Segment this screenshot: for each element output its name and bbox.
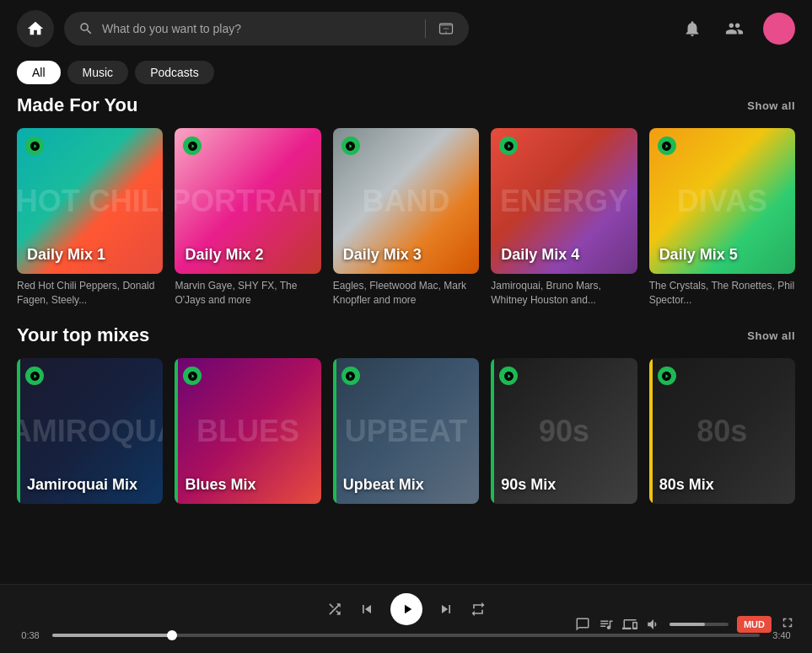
queue-icon [599, 617, 614, 632]
made-for-you-show-all[interactable]: Show all [747, 99, 795, 112]
card-label-80s: 80s Mix [659, 476, 714, 495]
spotify-dot [658, 367, 676, 385]
card-daily3[interactable]: BANDDaily Mix 3Eagles, Fleetwood Mac, Ma… [333, 128, 479, 308]
spotify-dot [658, 136, 676, 155]
spotify-dot [341, 136, 360, 155]
volume-button[interactable] [646, 617, 661, 632]
card-bar-90s [491, 358, 494, 504]
filter-tabs: All Music Podcasts [0, 57, 812, 94]
spotify-dot [341, 367, 360, 385]
progress-fill [52, 634, 173, 637]
shuffle-button[interactable] [326, 601, 343, 618]
card-daily1[interactable]: RED HOT CHILI PEPDaily Mix 1Red Hot Chil… [17, 128, 163, 308]
card-label-daily5: Daily Mix 5 [659, 246, 738, 265]
made-for-you-cards: RED HOT CHILI PEPDaily Mix 1Red Hot Chil… [17, 128, 795, 308]
progress-bar[interactable] [52, 634, 760, 637]
bell-icon [683, 19, 702, 38]
card-image-daily3: BANDDaily Mix 3 [333, 128, 479, 274]
lyrics-icon [575, 617, 590, 632]
filter-podcasts[interactable]: Podcasts [135, 61, 214, 84]
play-icon [400, 602, 415, 617]
card-image-upbeat: UPBEATUpbeat Mix [333, 358, 479, 504]
made-for-you-title: Made For You [17, 94, 137, 116]
playbar-right: MUD [575, 615, 795, 633]
top-mixes-show-all[interactable]: Show all [747, 329, 795, 342]
home-button[interactable] [17, 10, 54, 47]
card-image-80s: 80s80s Mix [649, 358, 795, 504]
card-label-jamiroquai: Jamiroquai Mix [27, 476, 137, 495]
card-bar-80s [649, 358, 653, 504]
card-blues[interactable]: BLUESBlues Mix [175, 358, 320, 504]
card-daily2[interactable]: PORTRAITDaily Mix 2Marvin Gaye, SHY FX, … [175, 128, 320, 308]
nav-right [679, 13, 795, 45]
card-daily5[interactable]: DIVASDaily Mix 5The Crystals, The Ronett… [649, 128, 795, 308]
made-for-you-header: Made For You Show all [17, 94, 795, 116]
fullscreen-button[interactable] [780, 615, 795, 633]
skip-back-icon [358, 601, 375, 618]
top-mixes-cards: JAMIROQUAIJamiroquai MixBLUESBlues MixUP… [17, 358, 795, 504]
home-icon [26, 19, 45, 38]
top-mixes-title: Your top mixes [17, 324, 149, 346]
card-bar-jamiroquai [17, 358, 20, 504]
card-jamiroquai[interactable]: JAMIROQUAIJamiroquai Mix [17, 358, 163, 504]
card-label-90s: 90s Mix [501, 476, 556, 495]
card-label-blues: Blues Mix [185, 476, 255, 495]
top-nav [0, 0, 812, 57]
card-desc-daily1: Red Hot Chili Peppers, Donald Fagen, Ste… [17, 279, 163, 308]
card-label-upbeat: Upbeat Mix [343, 476, 424, 495]
card-desc-daily2: Marvin Gaye, SHY FX, The O'Jays and more [175, 279, 320, 308]
top-mixes-section: Your top mixes Show all JAMIROQUAIJamiro… [0, 324, 812, 521]
search-bar [64, 12, 469, 45]
devices-icon [622, 617, 637, 632]
notifications-button[interactable] [679, 15, 706, 42]
card-bar-upbeat [333, 358, 336, 504]
shuffle-icon [326, 601, 343, 618]
lyrics-button[interactable] [575, 617, 590, 632]
card-image-daily1: RED HOT CHILI PEPDaily Mix 1 [17, 128, 163, 274]
skip-forward-icon [438, 601, 454, 618]
filter-music[interactable]: Music [67, 61, 129, 84]
card-image-daily5: DIVASDaily Mix 5 [649, 128, 795, 274]
playbar: 0:38 3:40 MUD [0, 584, 812, 653]
repeat-button[interactable] [470, 601, 487, 618]
queue-button[interactable] [599, 617, 614, 632]
top-mixes-header: Your top mixes Show all [17, 324, 795, 346]
spotify-dot [25, 136, 44, 155]
card-image-jamiroquai: JAMIROQUAIJamiroquai Mix [17, 358, 163, 504]
card-80s[interactable]: 80s80s Mix [649, 358, 795, 504]
card-image-daily2: PORTRAITDaily Mix 2 [175, 128, 320, 274]
card-desc-daily5: The Crystals, The Ronettes, Phil Spector… [649, 279, 795, 308]
card-upbeat[interactable]: UPBEATUpbeat Mix [333, 358, 479, 504]
people-icon [725, 19, 744, 38]
card-desc-daily4: Jamiroquai, Bruno Mars, Whitney Houston … [491, 279, 637, 308]
volume-fill [669, 623, 705, 626]
card-desc-daily3: Eagles, Fleetwood Mac, Mark Knopfler and… [333, 279, 479, 308]
fullscreen-icon [780, 615, 795, 630]
filter-all[interactable]: All [17, 61, 61, 84]
card-bar-blues [175, 358, 178, 504]
card-label-daily1: Daily Mix 1 [27, 246, 105, 265]
card-daily4[interactable]: ENERGYDaily Mix 4Jamiroquai, Bruno Mars,… [491, 128, 637, 308]
devices-button[interactable] [622, 617, 637, 632]
search-input[interactable] [102, 22, 413, 35]
browse-icon [438, 20, 454, 37]
search-icon [78, 21, 94, 36]
next-button[interactable] [438, 601, 454, 618]
card-label-daily4: Daily Mix 4 [501, 246, 579, 265]
avatar[interactable] [763, 13, 795, 45]
search-divider [425, 19, 426, 38]
previous-button[interactable] [358, 601, 375, 618]
card-label-daily2: Daily Mix 2 [185, 246, 263, 265]
current-time: 0:38 [17, 630, 44, 640]
repeat-icon [470, 601, 487, 618]
volume-bar[interactable] [669, 623, 729, 626]
play-button[interactable] [390, 593, 422, 625]
card-90s[interactable]: 90s90s Mix [491, 358, 637, 504]
spotify-dot [25, 367, 44, 385]
mud-badge[interactable]: MUD [737, 616, 772, 633]
card-label-daily3: Daily Mix 3 [343, 246, 422, 265]
friends-button[interactable] [721, 15, 748, 42]
volume-icon [646, 617, 661, 632]
card-image-90s: 90s90s Mix [491, 358, 637, 504]
card-image-daily4: ENERGYDaily Mix 4 [491, 128, 637, 274]
